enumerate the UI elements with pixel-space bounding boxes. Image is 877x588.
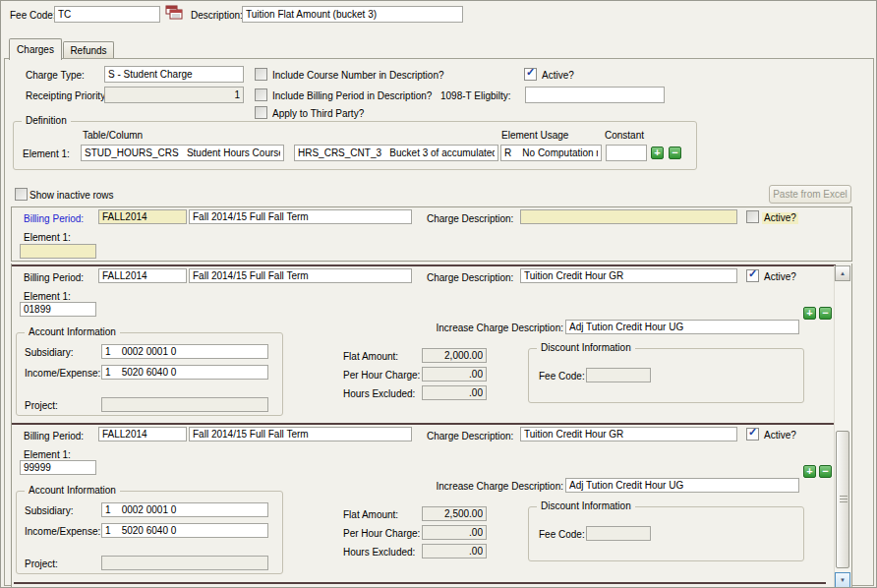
flat-amount-field[interactable] [422, 348, 487, 363]
thumb-grip-icon [840, 496, 848, 502]
receipting-priority-field[interactable] [104, 87, 244, 103]
element1-value-field[interactable] [20, 302, 96, 317]
subsidiary-label: Subsidiary: [25, 505, 73, 517]
discount-information-group: Discount Information Fee Code: [528, 506, 804, 561]
project-label: Project: [25, 559, 58, 570]
account-information-legend: Account Information [25, 326, 120, 337]
row-active-label: Active? [762, 212, 798, 224]
checkbox-apply-third-party[interactable] [255, 106, 267, 119]
charge-type-field[interactable] [104, 66, 244, 83]
eligibility-1098t-field[interactable] [525, 87, 665, 103]
increase-charge-description-label: Increase Charge Description: [436, 481, 563, 493]
row-active-label: Active? [764, 430, 796, 441]
term-description-field[interactable] [189, 268, 412, 283]
tab-charges[interactable]: Charges [9, 38, 62, 60]
billing-period-field[interactable] [98, 209, 187, 224]
discount-information-legend: Discount Information [537, 342, 635, 353]
discount-fee-code-field[interactable] [586, 368, 651, 382]
hours-excluded-field[interactable] [422, 544, 487, 559]
element1-constant-field[interactable] [606, 145, 647, 161]
hours-excluded-label: Hours Excluded: [343, 388, 415, 400]
element1-value-field[interactable] [20, 244, 96, 259]
remove-element-button[interactable]: − [669, 147, 681, 159]
constant-header: Constant [605, 130, 644, 142]
paste-from-excel-button[interactable]: Paste from Excel [769, 185, 851, 204]
income-expense-label: Income/Expense: [25, 526, 100, 538]
row-active-label: Active? [764, 271, 796, 283]
per-hour-charge-field[interactable] [422, 367, 487, 382]
subsidiary-field[interactable] [101, 502, 268, 517]
include-billing-label: Include Billing Period in Description? [272, 90, 432, 102]
income-expense-field[interactable] [101, 523, 268, 538]
checkbox-include-course[interactable] [255, 68, 267, 81]
remove-row-button[interactable]: − [819, 307, 832, 320]
flat-amount-field[interactable] [422, 506, 487, 521]
income-expense-label: Income/Expense: [25, 368, 100, 380]
charge-description-label: Charge Description: [427, 431, 513, 442]
fee-code-field[interactable] [54, 6, 160, 23]
add-element-button[interactable]: + [651, 147, 664, 159]
account-information-group: Account Information Subsidiary: Income/E… [16, 332, 283, 416]
discount-fee-code-label: Fee Code: [539, 529, 585, 541]
checkbox-include-billing[interactable] [255, 88, 267, 101]
project-label: Project: [25, 400, 58, 412]
discount-fee-code-field[interactable] [586, 526, 651, 541]
hours-excluded-field[interactable] [422, 385, 487, 400]
project-field[interactable] [101, 556, 268, 570]
scroll-down-button[interactable]: ▼ [835, 572, 850, 588]
scrollbar[interactable]: ▲ ▼ [834, 265, 850, 588]
increase-charge-description-field[interactable] [565, 320, 799, 334]
next-row-divider [14, 582, 826, 584]
charge-row: Billing Period: Charge Description: ✓ Ac… [12, 423, 836, 583]
flat-amount-label: Flat Amount: [343, 351, 398, 363]
show-inactive-label: Show inactive rows [29, 190, 114, 202]
charge-description-field[interactable] [520, 268, 737, 283]
description-field[interactable] [242, 6, 463, 23]
checkbox-show-inactive[interactable] [15, 188, 28, 201]
element1-usage-field[interactable] [500, 145, 602, 161]
checkbox-row-active[interactable] [746, 210, 759, 223]
account-information-legend: Account Information [25, 485, 120, 496]
term-description-field[interactable] [189, 427, 412, 441]
flat-amount-label: Flat Amount: [343, 509, 398, 521]
checkbox-active-main[interactable]: ✓ [524, 68, 537, 81]
scroll-thumb[interactable] [836, 431, 849, 568]
apply-third-party-label: Apply to Third Party? [272, 108, 364, 120]
tab-refunds[interactable]: Refunds [63, 41, 114, 58]
per-hour-charge-label: Per Hour Charge: [343, 370, 420, 382]
checkbox-row-active[interactable]: ✓ [746, 428, 759, 441]
definition-group: Definition Table/Column Element Usage Co… [13, 121, 697, 170]
element1-table-field[interactable] [81, 145, 284, 161]
discount-information-group: Discount Information Fee Code: [528, 348, 804, 403]
income-expense-field[interactable] [101, 365, 268, 380]
billing-period-field[interactable] [98, 427, 187, 441]
definition-legend: Definition [22, 115, 71, 126]
subsidiary-label: Subsidiary: [25, 347, 73, 359]
discount-information-legend: Discount Information [537, 500, 635, 511]
scroll-up-button[interactable]: ▲ [835, 265, 850, 281]
charge-description-field[interactable] [520, 209, 737, 224]
project-field[interactable] [101, 397, 268, 412]
element1-label: Element 1: [23, 148, 70, 160]
billing-period-field[interactable] [98, 268, 187, 283]
subsidiary-field[interactable] [101, 344, 268, 359]
receipting-priority-label: Receipting Priority: [26, 90, 108, 102]
charge-type-label: Charge Type: [26, 70, 85, 82]
element1-column-field[interactable] [294, 145, 498, 161]
element1-label: Element 1: [24, 232, 71, 244]
element1-value-field[interactable] [20, 460, 96, 475]
increase-charge-description-field[interactable] [565, 478, 799, 493]
checkbox-row-active[interactable]: ✓ [746, 269, 759, 282]
increase-charge-description-label: Increase Charge Description: [436, 323, 563, 334]
remove-row-button[interactable]: − [819, 465, 832, 478]
term-description-field[interactable] [189, 209, 412, 224]
include-course-label: Include Course Number in Description? [272, 70, 444, 82]
add-row-button[interactable]: + [803, 307, 816, 320]
billing-period-label: Billing Period: [24, 431, 84, 442]
charge-description-field[interactable] [520, 427, 737, 441]
per-hour-charge-field[interactable] [422, 525, 487, 540]
discount-fee-code-label: Fee Code: [539, 371, 585, 382]
add-row-button[interactable]: + [803, 465, 816, 478]
check-icon: ✓ [526, 66, 535, 79]
lookup-icon[interactable] [165, 5, 183, 23]
